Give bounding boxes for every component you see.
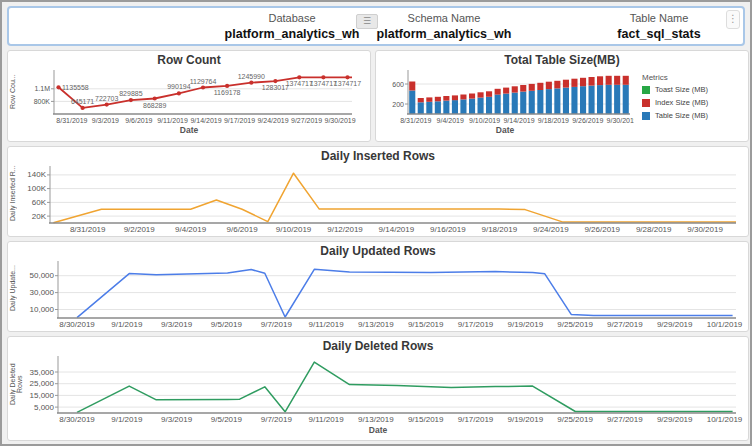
svg-text:10/1/2019: 10/1/2019 [707,320,743,329]
toast-size-label: Toast Size (MB) [655,85,708,94]
svg-text:9/25/2019: 9/25/2019 [557,415,593,424]
svg-text:60K: 60K [32,198,47,207]
deleted-rows-title: Daily Deleted Rows [8,337,748,353]
svg-text:600: 600 [392,81,404,88]
svg-text:15,000: 15,000 [30,391,55,400]
svg-text:990194: 990194 [167,83,190,90]
svg-text:9/13/2019: 9/13/2019 [358,320,394,329]
svg-text:1.1M: 1.1M [34,85,50,92]
svg-text:868289: 868289 [143,102,166,109]
row-count-chart: 800K1.1M11355586451717227038298858682899… [22,67,368,125]
svg-text:9/28/2019: 9/28/2019 [636,225,672,234]
svg-text:9/14/2019: 9/14/2019 [190,117,221,124]
schema-value[interactable]: platform_analytics_wh [319,25,569,43]
svg-text:9/27/2019: 9/27/2019 [607,415,643,424]
svg-text:9/5/2019: 9/5/2019 [211,320,243,329]
legend-item-toast[interactable]: Toast Size (MB) [642,85,744,94]
svg-text:1135558: 1135558 [62,84,89,91]
svg-text:50,000: 50,000 [30,271,55,280]
table-size-chart: 2006008/31/20199/4/20199/10/20199/14/201… [382,67,634,125]
svg-text:25,000: 25,000 [30,379,55,388]
svg-text:9/10/2019: 9/10/2019 [276,225,312,234]
svg-text:1374717: 1374717 [334,80,361,87]
inserted-rows-title: Daily Inserted Rows [8,147,748,163]
index-size-label: Index Size (MB) [655,98,708,107]
schema-label: Schema Name [319,11,569,25]
svg-text:35,000: 35,000 [30,368,55,377]
svg-text:9/4/2019: 9/4/2019 [437,117,464,124]
svg-text:9/1/2019: 9/1/2019 [111,415,143,424]
svg-text:9/7/2019: 9/7/2019 [261,320,293,329]
svg-text:1245990: 1245990 [238,73,265,80]
svg-text:9/11/2019: 9/11/2019 [157,117,188,124]
inserted-rows-chart: 20K60K100K140K8/31/20199/2/20199/4/20199… [22,163,748,235]
row-count-xlabel: Date [8,125,370,136]
svg-text:8/30/2019: 8/30/2019 [59,415,95,424]
table-size-swatch [642,112,650,120]
svg-text:9/27/2019: 9/27/2019 [291,117,322,124]
svg-text:9/18/2019: 9/18/2019 [482,225,518,234]
legend-item-table[interactable]: Table Size (MB) [642,111,744,120]
svg-text:8/31/2019: 8/31/2019 [400,117,431,124]
deleted-rows-ylabel: Daily Deleted Rows [9,355,21,413]
svg-text:800K: 800K [34,98,51,105]
legend-title: Metrics [642,73,744,82]
svg-text:9/25/2019: 9/25/2019 [557,320,593,329]
svg-text:9/26/2019: 9/26/2019 [572,117,603,124]
table-size-title: Total Table Size(MB) [376,51,748,67]
inserted-rows-ylabel: Daily Inserted R... [9,165,21,221]
updated-rows-panel: Daily Updated Rows Daily Update... 10,00… [7,241,749,332]
deleted-rows-panel: Daily Deleted Rows Daily Deleted Rows 5,… [7,336,749,441]
kebab-menu-icon[interactable]: ⋮ [726,10,740,29]
svg-text:9/14/2019: 9/14/2019 [503,117,534,124]
svg-text:140K: 140K [27,170,46,179]
svg-text:9/24/2019: 9/24/2019 [533,225,569,234]
svg-text:30,000: 30,000 [30,288,55,297]
index-size-swatch [642,99,650,107]
svg-text:9/29/2019: 9/29/2019 [657,320,693,329]
updated-rows-chart: 10,00030,00050,0008/30/20199/1/20199/3/2… [22,258,748,330]
svg-text:9/13/2019: 9/13/2019 [358,415,394,424]
svg-text:9/11/2019: 9/11/2019 [309,415,345,424]
inserted-rows-panel: Daily Inserted Rows Daily Inserted R... … [7,146,749,237]
svg-text:9/17/2019: 9/17/2019 [224,117,255,124]
svg-text:9/24/2019: 9/24/2019 [257,117,288,124]
deleted-rows-xlabel: Date [8,425,748,436]
svg-text:829885: 829885 [119,90,142,97]
table-name-value[interactable]: fact_sql_stats [554,25,752,43]
svg-text:9/10/2019: 9/10/2019 [469,117,500,124]
svg-text:645171: 645171 [71,98,94,105]
svg-text:9/3/2019: 9/3/2019 [161,415,193,424]
svg-text:9/3/2019: 9/3/2019 [92,117,119,124]
svg-text:20K: 20K [32,212,47,221]
svg-text:9/30/2019: 9/30/2019 [607,117,634,124]
table-size-label: Table Size (MB) [655,111,708,120]
dashboard-page: Database platform_analytics_wh ☰ Schema … [0,0,752,446]
svg-text:9/6/2019: 9/6/2019 [125,117,152,124]
legend-item-index[interactable]: Index Size (MB) [642,98,744,107]
row-count-ylabel: Row Cou... [9,69,21,115]
row-count-title: Row Count [8,51,370,67]
toast-size-swatch [642,86,650,94]
svg-text:9/15/2019: 9/15/2019 [408,320,444,329]
table-size-legend: Metrics Toast Size (MB) Index Size (MB) … [642,73,744,124]
table-size-panel: Total Table Size(MB) 2006008/31/20199/4/… [375,50,749,142]
svg-text:9/18/2019: 9/18/2019 [538,117,569,124]
svg-text:8/31/2019: 8/31/2019 [70,225,106,234]
svg-text:9/29/2019: 9/29/2019 [657,415,693,424]
svg-text:9/15/2019: 9/15/2019 [408,415,444,424]
svg-text:9/1/2019: 9/1/2019 [111,320,143,329]
svg-text:9/6/2019: 9/6/2019 [227,225,259,234]
filter-header: Database platform_analytics_wh ☰ Schema … [7,6,745,46]
svg-text:9/30/2019: 9/30/2019 [325,117,356,124]
svg-text:9/19/2019: 9/19/2019 [508,320,544,329]
svg-text:5,000: 5,000 [34,403,55,412]
svg-text:9/17/2019: 9/17/2019 [458,415,494,424]
svg-text:10/1/2019: 10/1/2019 [707,415,743,424]
svg-text:9/16/2019: 9/16/2019 [430,225,466,234]
svg-text:9/4/2019: 9/4/2019 [175,225,207,234]
svg-text:1129764: 1129764 [190,78,217,85]
row-count-panel: Row Count Row Cou... 800K1.1M11355586451… [7,50,371,142]
svg-text:8/31/2019: 8/31/2019 [56,117,87,124]
deleted-rows-chart: 5,00015,00025,00035,0008/30/20199/1/2019… [22,353,748,425]
